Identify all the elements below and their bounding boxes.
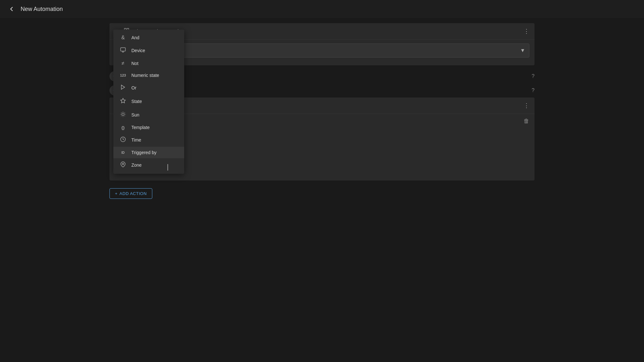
dropdown-label-zone: Zone [131,162,142,168]
chevron-down-icon: ▼ [520,48,525,53]
svg-line-16 [125,112,125,113]
ampersand-icon: & [119,35,127,41]
dropdown-item-triggered[interactable]: ID Triggered by [113,147,184,158]
device-select[interactable]: ▼ [128,43,529,58]
dropdown-item-state[interactable]: State [113,95,184,108]
dropdown-label-and: And [131,35,139,40]
back-button[interactable] [8,5,15,13]
not-equal-icon: ≠ [119,60,127,66]
dropdown-label-sun: Sun [131,112,139,117]
zone-icon [119,162,127,169]
dropdown-item-zone[interactable]: Zone [113,158,184,172]
time-icon [119,136,127,144]
bottom-add-action-button[interactable]: + ADD ACTION [109,188,152,199]
dropdown-item-or[interactable]: Or [113,81,184,95]
dropdown-label-or: Or [131,85,137,90]
svg-point-8 [122,113,124,116]
svg-line-11 [121,112,121,113]
page-title: New Automation [21,6,63,13]
dropdown-item-numeric[interactable]: 123 Numeric state [113,70,184,81]
dropdown-label-device: Device [131,48,145,53]
bottom-add-action-label: ADD ACTION [119,191,147,196]
svg-point-18 [122,163,124,165]
dropdown-item-and[interactable]: & And [113,32,184,44]
trigger-more-button[interactable]: ⋮ [524,28,529,35]
main-content: When a tag is scanned ⋮ 1 ▼ + Co ? + Act… [0,18,644,207]
svg-line-15 [121,116,121,116]
condition-type-dropdown: & And Device ≠ Not 123 Numeric state Or [113,30,184,174]
bottom-add-action-section: + ADD ACTION [109,184,535,201]
dropdown-label-state: State [131,99,142,104]
svg-marker-7 [121,98,126,103]
svg-rect-3 [121,48,126,51]
dropdown-label-numeric: Numeric state [131,73,159,78]
bottom-plus-icon: + [115,191,118,196]
numeric-icon: 123 [119,73,127,77]
actions-help-icon[interactable]: ? [532,88,535,93]
or-icon [119,84,127,91]
dropdown-label-not: Not [131,61,138,66]
delete-action-button[interactable]: 🗑 [524,118,529,125]
triggered-icon: ID [119,151,127,154]
dropdown-label-template: Template [131,125,150,130]
dropdown-item-not[interactable]: ≠ Not [113,57,184,70]
dropdown-item-device[interactable]: Device [113,44,184,57]
sun-icon [119,111,127,118]
device-icon [119,47,127,54]
dropdown-label-time: Time [131,137,141,143]
dropdown-item-sun[interactable]: Sun [113,108,184,122]
condition-help-icon[interactable]: ? [532,73,535,79]
dropdown-item-template[interactable]: {} Template [113,122,184,133]
action-more-button[interactable]: ⋮ [524,102,529,109]
dropdown-item-time[interactable]: Time [113,133,184,147]
template-icon: {} [119,125,127,130]
dropdown-label-triggered: Triggered by [131,150,156,155]
svg-line-12 [125,116,125,116]
header: New Automation [0,0,644,18]
svg-marker-6 [121,85,125,89]
state-icon [119,98,127,105]
